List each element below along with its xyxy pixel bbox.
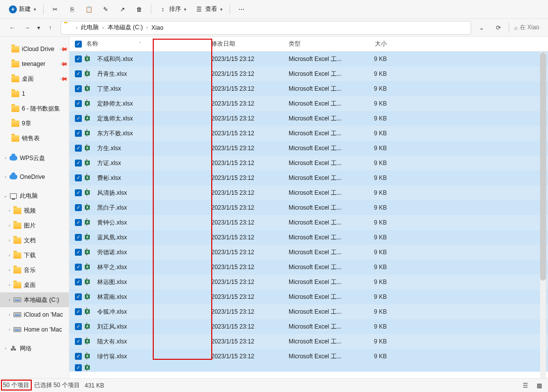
file-row[interactable]: 林震南.xlsx 2023/1/15 23:12 Microsoft Excel… [69,289,548,304]
sidebar-item-thispc[interactable]: ⌄ 此电脑 [0,188,69,203]
more-button[interactable]: ⋯ [233,3,250,16]
file-row[interactable]: 蓝凤凰.xlsx 2023/1/15 23:12 Microsoft Excel… [69,230,548,245]
details-view-button[interactable]: ☰ [519,381,531,391]
file-name-cell[interactable]: 令狐冲.xlsx [83,308,211,316]
sidebar-item[interactable]: › 音乐 [0,263,69,278]
paste-button[interactable]: 📋 [80,3,97,16]
file-row[interactable]: 令狐冲.xlsx 2023/1/15 23:12 Microsoft Excel… [69,304,548,319]
column-type[interactable]: 类型 [289,40,354,48]
sidebar-item[interactable]: teenager 📌 [0,56,69,71]
breadcrumb[interactable]: › 此电脑 › 本地磁盘 (C:) › Xiao [61,21,471,35]
file-row[interactable]: 不戒和尚.xlsx 2023/1/15 23:12 Microsoft Exce… [69,52,548,66]
file-name-cell[interactable]: 方生.xlsx [83,144,211,153]
collapse-icon[interactable]: ⌄ [2,193,9,198]
row-checkbox[interactable] [73,279,83,285]
file-row[interactable]: 劳德诺.xlsx 2023/1/15 23:12 Microsoft Excel… [69,245,548,260]
file-name-cell[interactable]: 绿竹翁.xlsx [83,352,211,361]
breadcrumb-part[interactable]: 本地磁盘 (C:) [106,23,144,32]
row-checkbox[interactable] [73,293,83,300]
file-row[interactable]: 刘正风.xlsx 2023/1/15 23:12 Microsoft Excel… [69,319,548,334]
expand-icon[interactable]: › [6,312,13,317]
column-size[interactable]: 大小 [354,40,391,48]
sidebar-item[interactable]: 6 - 随书数据集 [0,101,69,116]
row-checkbox[interactable] [73,264,83,271]
row-checkbox[interactable] [73,234,83,241]
sidebar-item[interactable]: › Home on 'Mac [0,322,69,337]
expand-icon[interactable]: › [6,282,13,287]
recent-button[interactable]: ▾ [35,21,43,35]
file-name-cell[interactable]: 黑白子.xlsx [83,204,211,212]
row-checkbox[interactable] [73,70,83,77]
expand-icon[interactable]: › [6,238,13,243]
file-row[interactable]: 陆大有.xlsx 2023/1/15 23:12 Microsoft Excel… [69,334,548,349]
share-button[interactable]: ↗ [114,3,131,16]
expand-icon[interactable]: › [6,208,13,213]
expand-icon[interactable]: › [6,223,13,228]
scrollbar[interactable] [540,53,546,378]
file-name-cell[interactable]: 风清扬.xlsx [83,189,211,197]
row-checkbox[interactable] [73,189,83,196]
back-button[interactable]: ← [5,21,20,35]
file-name-cell[interactable]: 不戒和尚.xlsx [83,55,211,63]
sidebar-item[interactable]: 桌面 📌 [0,71,69,86]
icons-view-button[interactable]: ▦ [533,381,545,391]
row-checkbox[interactable] [73,130,83,137]
file-row[interactable]: 丹青生.xlsx 2023/1/15 23:12 Microsoft Excel… [69,66,548,81]
scrollbar-thumb[interactable] [540,53,546,280]
row-checkbox[interactable] [73,56,83,62]
sidebar-item[interactable]: › WPS云盘 [0,151,69,166]
file-name-cell[interactable]: 丁坚.xlsx [83,85,211,93]
file-row[interactable]: 定逸师太.xlsx 2023/1/15 23:12 Microsoft Exce… [69,111,548,126]
file-name-cell[interactable]: 刘正风.xlsx [83,323,211,331]
file-row[interactable]: 方生.xlsx 2023/1/15 23:12 Microsoft Excel … [69,141,548,156]
refresh-button[interactable]: ⟳ [491,21,506,35]
rename-button[interactable]: ✎ [97,3,114,16]
row-checkbox[interactable] [73,85,83,92]
expand-icon[interactable]: › [6,253,13,258]
expand-icon[interactable]: › [2,174,9,179]
file-row[interactable]: 黑白子.xlsx 2023/1/15 23:12 Microsoft Excel… [69,200,548,215]
row-checkbox[interactable] [73,100,83,107]
row-checkbox[interactable] [73,249,83,256]
file-row[interactable]: 风清扬.xlsx 2023/1/15 23:12 Microsoft Excel… [69,185,548,200]
file-name-cell[interactable]: 林平之.xlsx [83,263,211,272]
file-name-cell[interactable]: 费彬.xlsx [83,174,211,182]
breadcrumb-dropdown[interactable]: ⌄ [474,21,489,35]
forward-button[interactable]: → [20,21,35,35]
column-name[interactable]: 名称˄ [83,40,211,48]
row-checkbox[interactable] [73,174,83,181]
file-row[interactable]: 丁坚.xlsx 2023/1/15 23:12 Microsoft Excel … [69,81,548,96]
sidebar-item[interactable]: iCloud Drive 📌 [0,42,69,56]
expand-icon[interactable]: › [6,327,13,332]
row-checkbox[interactable] [73,145,83,152]
view-button[interactable]: ☰ 查看 ▾ [190,3,227,16]
row-checkbox[interactable] [73,308,83,315]
column-date[interactable]: 修改日期 [211,40,289,48]
sidebar-item[interactable]: › 图片 [0,218,69,233]
search-input[interactable]: ⌕ 在 Xiao [512,21,543,35]
cut-button[interactable]: ✂ [47,3,63,16]
row-checkbox[interactable] [73,323,83,330]
file-row[interactable]: 林平之.xlsx 2023/1/15 23:12 Microsoft Excel… [69,260,548,275]
file-name-cell[interactable]: 劳德诺.xlsx [83,248,211,257]
file-name-cell[interactable]: 定逸师太.xlsx [83,114,211,123]
sidebar-item[interactable]: › 桌面 [0,278,69,292]
file-row[interactable]: 黄钟公.xlsx 2023/1/15 23:12 Microsoft Excel… [69,215,548,230]
new-button[interactable]: + 新建 ▾ [5,3,40,15]
file-name-cell[interactable]: 陆大有.xlsx [83,337,211,346]
copy-button[interactable]: ⎘ [63,3,80,16]
file-name-cell[interactable]: 蓝凤凰.xlsx [83,233,211,242]
file-row[interactable]: 费彬.xlsx 2023/1/15 23:12 Microsoft Excel … [69,170,548,185]
row-checkbox[interactable] [73,219,83,226]
select-all-checkbox[interactable] [73,41,83,48]
file-name-cell[interactable]: 林震南.xlsx [83,293,211,301]
file-name-cell[interactable]: 方证.xlsx [83,159,211,168]
file-name-cell[interactable]: 黄钟公.xlsx [83,219,211,227]
file-name-cell[interactable]: 丹青生.xlsx [83,70,211,78]
file-name-cell[interactable]: 东方不败.xlsx [83,129,211,138]
row-checkbox[interactable] [73,115,83,122]
expand-icon[interactable]: › [2,346,9,351]
expand-icon[interactable]: › [2,156,9,161]
sidebar-item[interactable]: › 视频 [0,203,69,218]
sidebar-item[interactable]: 9章 [0,116,69,131]
